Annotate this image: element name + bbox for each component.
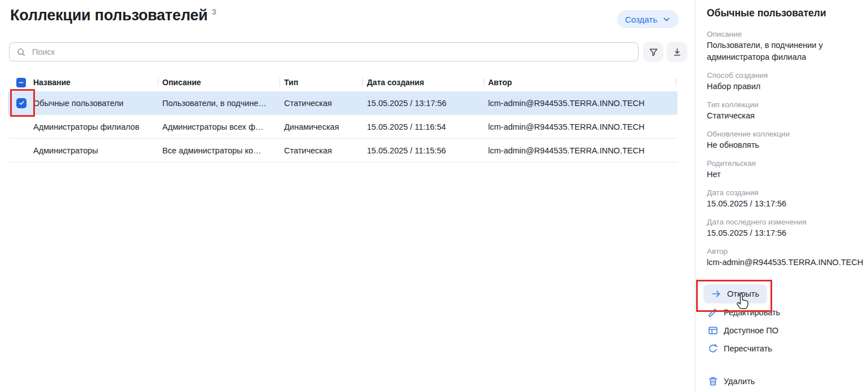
- select-all-checkbox[interactable]: [16, 78, 26, 87]
- cell-name: Обычные пользователи: [33, 99, 158, 108]
- table-row[interactable]: Администраторы филиалов Администраторы в…: [8, 115, 677, 139]
- detail-field: Описание Пользователи, в подчинении у ад…: [707, 29, 863, 63]
- download-icon: [672, 47, 683, 58]
- cell-created: 15.05.2025 / 13:17:56: [362, 99, 484, 108]
- cell-type: Статическая: [280, 99, 362, 108]
- detail-field-value: 15.05.2025 / 13:17:56: [707, 227, 863, 239]
- detail-field-value: Статическая: [707, 110, 863, 122]
- collection-count-badge: 3: [212, 7, 216, 16]
- detail-field-value: Нет: [707, 169, 863, 180]
- cell-author: lcm-admin@R944535.TERRA.INNO.TECH: [484, 122, 677, 131]
- search-input[interactable]: [31, 47, 631, 57]
- table-row[interactable]: Администраторы Все администраторы ко… Ст…: [8, 139, 677, 162]
- detail-field: Дата создания 15.05.2025 / 13:17:56: [707, 187, 863, 210]
- filter-icon: [648, 47, 659, 58]
- refresh-icon: [708, 343, 718, 354]
- action-item[interactable]: Пересчитать: [703, 340, 777, 358]
- action-item[interactable]: Доступное ПО: [703, 321, 783, 340]
- detail-field-label: Дата создания: [707, 187, 863, 198]
- cell-name: Администраторы филиалов: [33, 122, 158, 131]
- row-checkbox[interactable]: [16, 98, 26, 108]
- action-label: Открыть: [727, 289, 759, 298]
- detail-field-label: Обновление коллекции: [707, 129, 863, 139]
- detail-field-value: Набор правил: [707, 81, 863, 93]
- cell-description: Все администраторы ко…: [158, 146, 280, 155]
- detail-field-label: Тип коллекции: [707, 99, 863, 110]
- cell-author: lcm-admin@R944535.TERRA.INNO.TECH: [484, 146, 677, 155]
- check-icon: [18, 99, 25, 107]
- create-button[interactable]: Создать: [617, 10, 679, 28]
- action-item[interactable]: Открыть: [703, 284, 767, 303]
- table-header-row: Название Описание Тип Дата создания Авто…: [8, 73, 677, 91]
- details-title: Обычные пользователи: [707, 7, 863, 19]
- action-label: Доступное ПО: [724, 326, 778, 335]
- page-title: Коллекции пользователей3: [10, 7, 216, 24]
- download-button[interactable]: [667, 42, 687, 62]
- detail-field-label: Родительская: [707, 158, 863, 169]
- detail-field-value: 15.05.2025 / 13:17:56: [707, 198, 863, 210]
- detail-field-value: lcm-admin@R944535.TERRA.INNO.TECH: [707, 257, 863, 268]
- action-label: Пересчитать: [724, 344, 772, 353]
- chevron-down-icon: [662, 15, 671, 24]
- detail-field-label: Дата последнего изменения: [707, 217, 863, 227]
- search-bar: [9, 42, 639, 61]
- cell-created: 15.05.2025 / 11:15:56: [362, 146, 484, 155]
- action-item[interactable]: Редактировать: [703, 303, 785, 321]
- software-window-icon: [708, 325, 718, 336]
- table-body: Обычные пользователи Пользователи, в под…: [0, 91, 677, 162]
- column-header-author: Автор: [484, 78, 677, 87]
- cell-description: Пользователи, в подчине…: [158, 99, 280, 108]
- details-actions: Открыть Редактировать Доступное ПО Перес…: [703, 284, 785, 390]
- detail-field: Родительская Нет: [707, 158, 863, 180]
- column-header-description: Описание: [158, 78, 280, 87]
- details-fields: Описание Пользователи, в подчинении у ад…: [707, 29, 863, 268]
- table-row[interactable]: Обычные пользователи Пользователи, в под…: [8, 91, 677, 115]
- detail-field: Автор lcm-admin@R944535.TERRA.INNO.TECH: [707, 246, 863, 268]
- detail-field-value: Не обновлять: [707, 139, 863, 151]
- cell-description: Администраторы всех ф…: [158, 122, 280, 131]
- detail-field-label: Способ создания: [707, 70, 863, 81]
- action-label: Редактировать: [724, 308, 780, 317]
- detail-field: Способ создания Набор правил: [707, 70, 863, 93]
- detail-field: Тип коллекции Статическая: [707, 99, 863, 122]
- cell-name: Администраторы: [33, 146, 158, 155]
- cell-type: Статическая: [280, 146, 362, 155]
- cell-type: Динамическая: [280, 122, 362, 131]
- column-header-created: Дата создания: [362, 78, 484, 87]
- detail-field-value: Пользователи, в подчинении у администрат…: [707, 39, 863, 63]
- cell-author: lcm-admin@R944535.TERRA.INNO.TECH: [484, 99, 677, 108]
- cell-created: 15.05.2025 / 11:16:54: [362, 122, 484, 131]
- pencil-icon: [708, 307, 718, 318]
- action-item[interactable]: Удалить: [703, 372, 759, 390]
- search-icon: [16, 47, 26, 57]
- action-label: Удалить: [724, 377, 755, 386]
- indeterminate-icon: [17, 79, 25, 86]
- collections-table: Название Описание Тип Дата создания Авто…: [0, 73, 677, 162]
- column-header-name: Название: [33, 78, 158, 87]
- trash-icon: [708, 376, 718, 386]
- detail-field: Дата последнего изменения 15.05.2025 / 1…: [707, 217, 863, 239]
- detail-field-label: Автор: [707, 246, 863, 257]
- column-header-type: Тип: [280, 78, 362, 87]
- filter-button[interactable]: [643, 42, 663, 62]
- detail-field-label: Описание: [707, 29, 863, 39]
- arrow-right-icon: [711, 289, 721, 299]
- detail-field: Обновление коллекции Не обновлять: [707, 129, 863, 151]
